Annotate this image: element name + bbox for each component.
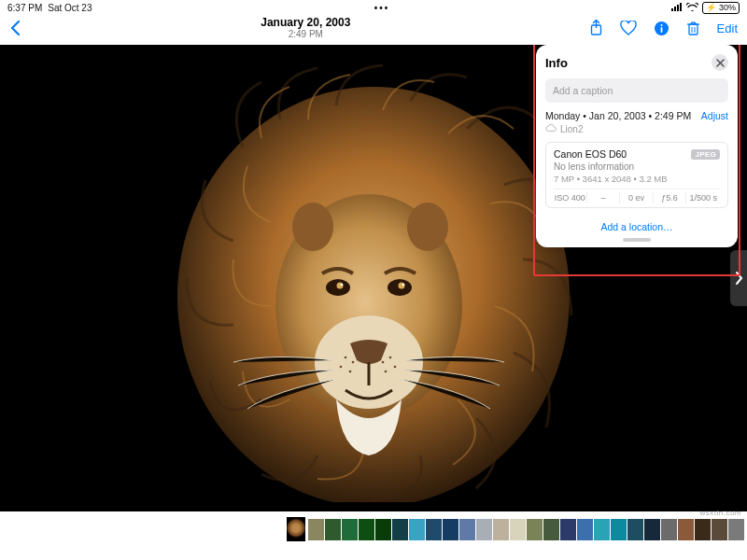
- svg-point-19: [407, 203, 448, 251]
- thumbnail[interactable]: [661, 519, 677, 540]
- svg-point-32: [382, 361, 385, 364]
- thumbnail[interactable]: [712, 519, 727, 540]
- svg-rect-8: [660, 27, 662, 33]
- exif-aperture: ƒ5.6: [654, 192, 687, 203]
- thumbnail[interactable]: [392, 519, 408, 540]
- panel-grabber[interactable]: [623, 238, 651, 242]
- favorite-button[interactable]: [620, 21, 637, 35]
- thumbnail[interactable]: [409, 519, 425, 540]
- svg-rect-2: [677, 5, 679, 11]
- thumbnail[interactable]: [627, 519, 643, 540]
- wifi-icon: [686, 3, 698, 13]
- exif-iso: ISO 400: [554, 192, 587, 203]
- format-badge: JPEG: [691, 149, 720, 160]
- add-location-button[interactable]: Add a location…: [545, 216, 728, 236]
- svg-point-29: [340, 366, 343, 369]
- svg-rect-1: [674, 7, 676, 11]
- svg-point-24: [341, 284, 344, 287]
- next-photo-tab[interactable]: [730, 250, 747, 306]
- status-multitask-dots: •••: [92, 3, 672, 13]
- thumbnail[interactable]: [644, 519, 660, 540]
- svg-point-31: [389, 357, 392, 359]
- info-close-button[interactable]: [712, 54, 728, 71]
- exif-shutter: 1/500 s: [686, 192, 720, 203]
- svg-point-28: [352, 361, 355, 364]
- thumbnail[interactable]: [543, 519, 559, 540]
- lens-info: No lens information: [554, 161, 720, 172]
- svg-point-34: [385, 371, 388, 373]
- photo-content-lion: [168, 63, 579, 502]
- status-date: Sat Oct 23: [48, 3, 92, 13]
- nav-subtitle: 2:49 PM: [289, 29, 323, 39]
- exif-card: Canon EOS D60 JPEG No lens information 7…: [545, 142, 728, 208]
- thumbnail[interactable]: [728, 519, 744, 540]
- svg-rect-3: [680, 3, 682, 11]
- thumbnail[interactable]: [325, 519, 341, 540]
- svg-point-33: [394, 366, 397, 369]
- thumbnail[interactable]: [375, 519, 391, 540]
- delete-button[interactable]: [686, 21, 700, 36]
- exif-focal: –: [587, 192, 621, 203]
- thumbnail[interactable]: [594, 519, 610, 540]
- exif-ev: 0 ev: [620, 192, 654, 203]
- thumbnail[interactable]: [342, 519, 358, 540]
- edit-button[interactable]: Edit: [717, 21, 738, 35]
- thumbnail[interactable]: [510, 519, 526, 540]
- photo-filename: Lion2: [560, 124, 583, 134]
- thumbnail[interactable]: [577, 519, 593, 540]
- cloud-icon: [545, 123, 557, 134]
- thumbnail[interactable]: [443, 519, 458, 540]
- thumbnail[interactable]: [695, 519, 711, 540]
- status-time: 6:37 PM: [7, 3, 42, 13]
- watermark: wsxdn.com: [699, 509, 741, 517]
- thumbnail-strip[interactable]: [0, 511, 747, 551]
- thumbnail[interactable]: [426, 519, 442, 540]
- battery-indicator: ⚡ 30%: [702, 2, 740, 14]
- thumbnail[interactable]: [459, 519, 475, 540]
- svg-point-27: [345, 357, 347, 359]
- svg-point-18: [292, 203, 333, 251]
- photo-datetime: Monday • Jan 20, 2003 • 2:49 PM: [545, 110, 691, 121]
- signal-icon: [671, 3, 683, 13]
- nav-title-group: January 20, 2003 2:49 PM: [22, 17, 589, 39]
- svg-rect-0: [671, 8, 673, 11]
- thumbnail-selected[interactable]: [287, 517, 305, 541]
- svg-point-7: [660, 23, 662, 25]
- back-button[interactable]: [9, 20, 22, 36]
- info-panel: Info Add a caption Monday • Jan 20, 2003…: [536, 45, 738, 247]
- thumbnail[interactable]: [527, 519, 543, 540]
- thumbnail[interactable]: [493, 519, 509, 540]
- thumbnail[interactable]: [308, 519, 324, 540]
- thumbnail[interactable]: [476, 519, 492, 540]
- thumbnail[interactable]: [611, 519, 627, 540]
- svg-point-30: [349, 371, 352, 373]
- info-button[interactable]: [654, 21, 669, 36]
- svg-point-25: [402, 284, 405, 287]
- svg-rect-9: [689, 24, 698, 35]
- share-button[interactable]: [589, 20, 603, 36]
- info-title: Info: [545, 56, 568, 70]
- thumbnail[interactable]: [359, 519, 374, 540]
- adjust-date-button[interactable]: Adjust: [701, 110, 728, 121]
- photo-viewport[interactable]: Info Add a caption Monday • Jan 20, 2003…: [0, 45, 747, 511]
- caption-input[interactable]: Add a caption: [545, 78, 728, 103]
- thumbnail[interactable]: [560, 519, 576, 540]
- camera-model: Canon EOS D60: [554, 148, 627, 160]
- thumbnail[interactable]: [678, 519, 694, 540]
- nav-title: January 20, 2003: [261, 17, 350, 29]
- image-specs: 7 MP • 3641 x 2048 • 3.2 MB: [554, 174, 720, 184]
